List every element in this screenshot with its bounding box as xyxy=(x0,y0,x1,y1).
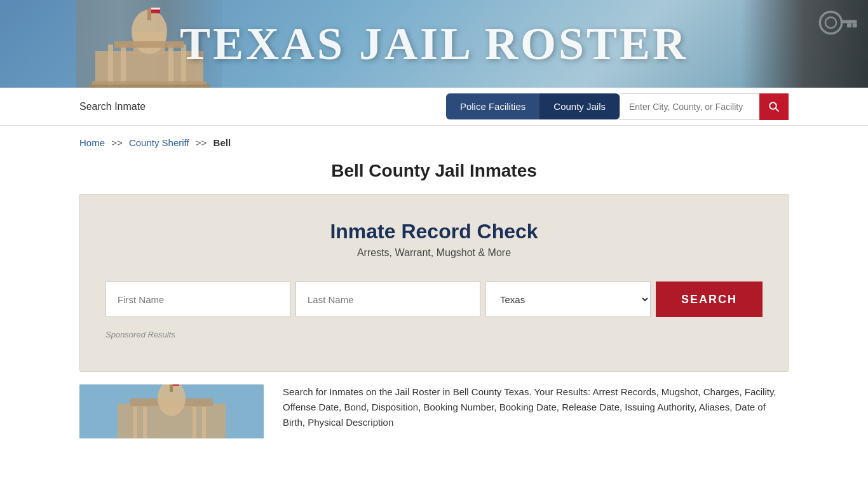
county-jails-button[interactable]: County Jails xyxy=(539,93,620,119)
svg-rect-19 xyxy=(853,24,857,28)
police-facilities-button[interactable]: Police Facilities xyxy=(446,93,539,119)
svg-rect-3 xyxy=(121,44,126,88)
nav-buttons: Police Facilities County Jails xyxy=(446,93,789,120)
first-name-input[interactable] xyxy=(105,281,290,317)
banner-title: Texas Jail Roster xyxy=(180,18,688,71)
svg-rect-6 xyxy=(92,81,207,85)
svg-rect-32 xyxy=(202,407,206,438)
breadcrumb-home[interactable]: Home xyxy=(79,137,105,148)
svg-rect-4 xyxy=(168,44,173,88)
svg-rect-10 xyxy=(147,8,151,20)
search-submit-button[interactable]: SEARCH xyxy=(656,281,763,317)
svg-rect-14 xyxy=(114,41,184,48)
header-banner: Texas Jail Roster xyxy=(0,0,868,88)
svg-rect-13 xyxy=(151,10,160,11)
state-select[interactable]: AlabamaAlaskaArizonaArkansasCaliforniaCo… xyxy=(485,281,651,317)
inmate-record-check-box: Inmate Record Check Arrests, Warrant, Mu… xyxy=(79,194,789,372)
svg-rect-28 xyxy=(173,384,179,386)
bottom-description: Search for Inmates on the Jail Roster in… xyxy=(283,384,789,438)
record-check-subtitle: Arrests, Warrant, Mugshot & More xyxy=(105,247,763,259)
facility-search-input[interactable] xyxy=(620,93,759,120)
svg-point-20 xyxy=(770,102,776,109)
bottom-image xyxy=(79,384,264,438)
breadcrumb-sep1: >> xyxy=(111,137,123,148)
svg-rect-12 xyxy=(151,8,160,10)
bottom-section: Search for Inmates on the Jail Roster in… xyxy=(79,384,789,451)
sponsored-results-label: Sponsored Results xyxy=(105,330,763,339)
inmate-search-form: AlabamaAlaskaArizonaArkansasCaliforniaCo… xyxy=(105,281,763,317)
svg-point-16 xyxy=(825,17,836,28)
last-name-input[interactable] xyxy=(295,281,480,317)
facility-search-button[interactable] xyxy=(759,93,789,120)
svg-line-21 xyxy=(776,108,779,111)
breadcrumb: Home >> County Sheriff >> Bell xyxy=(0,126,868,154)
breadcrumb-sep2: >> xyxy=(196,137,207,148)
svg-rect-29 xyxy=(133,407,137,438)
svg-rect-17 xyxy=(841,20,857,23)
breadcrumb-current: Bell xyxy=(214,137,231,148)
svg-rect-31 xyxy=(193,407,196,438)
bottom-building-image xyxy=(79,384,264,438)
breadcrumb-county-sheriff[interactable]: County Sheriff xyxy=(129,137,189,148)
keys-decoration xyxy=(811,6,862,81)
svg-rect-7 xyxy=(89,85,210,88)
svg-rect-30 xyxy=(143,407,147,438)
svg-rect-27 xyxy=(170,384,173,392)
nav-bar: Search Inmate Police Facilities County J… xyxy=(0,88,868,126)
right-overlay xyxy=(741,0,868,88)
search-icon xyxy=(768,101,780,112)
svg-point-15 xyxy=(820,12,841,34)
svg-rect-18 xyxy=(847,24,851,28)
svg-rect-2 xyxy=(108,44,113,88)
search-inmate-label: Search Inmate xyxy=(79,101,446,112)
page-title: Bell County Jail Inmates xyxy=(0,161,868,181)
record-check-title: Inmate Record Check xyxy=(105,220,763,243)
